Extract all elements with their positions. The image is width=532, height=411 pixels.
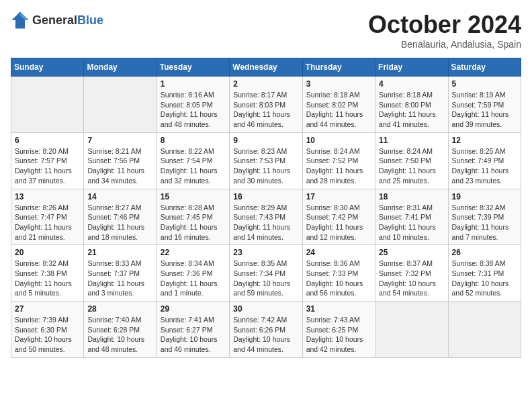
- calendar-cell: [84, 77, 157, 133]
- day-info: Sunrise: 8:34 AM Sunset: 7:36 PM Dayligh…: [161, 259, 226, 298]
- calendar-cell: 4Sunrise: 8:18 AM Sunset: 8:00 PM Daylig…: [375, 77, 448, 133]
- calendar-cell: 30Sunrise: 7:42 AM Sunset: 6:26 PM Dayli…: [230, 302, 302, 358]
- day-number: 22: [161, 248, 226, 257]
- day-number: 11: [379, 136, 444, 145]
- calendar-cell: 10Sunrise: 8:24 AM Sunset: 7:52 PM Dayli…: [302, 132, 375, 189]
- day-number: 19: [452, 192, 517, 201]
- day-header-wednesday: Wednesday: [230, 58, 302, 77]
- calendar-cell: [448, 302, 521, 358]
- calendar-cell: 14Sunrise: 8:27 AM Sunset: 7:46 PM Dayli…: [84, 189, 157, 245]
- day-number: 5: [452, 79, 517, 89]
- day-number: 31: [306, 304, 371, 314]
- calendar-cell: 23Sunrise: 8:35 AM Sunset: 7:34 PM Dayli…: [230, 245, 302, 302]
- day-info: Sunrise: 8:18 AM Sunset: 8:02 PM Dayligh…: [306, 90, 371, 130]
- calendar-cell: 8Sunrise: 8:22 AM Sunset: 7:54 PM Daylig…: [157, 132, 229, 189]
- day-header-monday: Monday: [84, 58, 157, 77]
- day-number: 10: [306, 136, 371, 145]
- day-number: 3: [306, 79, 371, 89]
- calendar-cell: 22Sunrise: 8:34 AM Sunset: 7:36 PM Dayli…: [157, 245, 229, 302]
- calendar-week-row: 13Sunrise: 8:26 AM Sunset: 7:47 PM Dayli…: [11, 189, 521, 245]
- day-info: Sunrise: 8:26 AM Sunset: 7:47 PM Dayligh…: [15, 203, 80, 242]
- calendar-cell: 19Sunrise: 8:32 AM Sunset: 7:39 PM Dayli…: [448, 189, 521, 245]
- calendar-cell: 27Sunrise: 7:39 AM Sunset: 6:30 PM Dayli…: [11, 302, 84, 358]
- day-number: 4: [379, 79, 444, 89]
- calendar-cell: 26Sunrise: 8:38 AM Sunset: 7:31 PM Dayli…: [448, 245, 521, 302]
- day-number: 8: [161, 136, 226, 145]
- day-info: Sunrise: 7:39 AM Sunset: 6:30 PM Dayligh…: [15, 315, 80, 355]
- day-info: Sunrise: 8:17 AM Sunset: 8:03 PM Dayligh…: [233, 90, 298, 130]
- calendar-cell: 12Sunrise: 8:25 AM Sunset: 7:49 PM Dayli…: [448, 132, 521, 189]
- calendar-week-row: 1Sunrise: 8:16 AM Sunset: 8:05 PM Daylig…: [11, 77, 521, 133]
- day-number: 28: [87, 304, 152, 314]
- day-info: Sunrise: 8:19 AM Sunset: 7:59 PM Dayligh…: [452, 90, 517, 130]
- day-number: 2: [233, 79, 298, 89]
- day-number: 24: [306, 248, 371, 257]
- day-header-friday: Friday: [375, 58, 448, 77]
- calendar-cell: 20Sunrise: 8:32 AM Sunset: 7:38 PM Dayli…: [11, 245, 84, 302]
- calendar-cell: 21Sunrise: 8:33 AM Sunset: 7:37 PM Dayli…: [84, 245, 157, 302]
- day-number: 26: [452, 248, 517, 257]
- day-info: Sunrise: 8:30 AM Sunset: 7:42 PM Dayligh…: [306, 203, 371, 242]
- day-info: Sunrise: 8:18 AM Sunset: 8:00 PM Dayligh…: [379, 90, 444, 130]
- day-number: 18: [379, 192, 444, 201]
- day-info: Sunrise: 8:29 AM Sunset: 7:43 PM Dayligh…: [233, 203, 298, 242]
- calendar-cell: 11Sunrise: 8:24 AM Sunset: 7:50 PM Dayli…: [375, 132, 448, 189]
- day-info: Sunrise: 8:20 AM Sunset: 7:57 PM Dayligh…: [15, 146, 80, 186]
- calendar-cell: 1Sunrise: 8:16 AM Sunset: 8:05 PM Daylig…: [157, 77, 229, 133]
- day-header-thursday: Thursday: [302, 58, 375, 77]
- location-title: Benalauria, Andalusia, Spain: [368, 39, 521, 50]
- day-number: 15: [161, 192, 226, 201]
- title-block: October 2024 Benalauria, Andalusia, Spai…: [368, 11, 521, 50]
- day-number: 1: [161, 79, 226, 89]
- day-info: Sunrise: 8:24 AM Sunset: 7:50 PM Dayligh…: [379, 146, 444, 186]
- calendar-cell: 17Sunrise: 8:30 AM Sunset: 7:42 PM Dayli…: [302, 189, 375, 245]
- day-info: Sunrise: 8:35 AM Sunset: 7:34 PM Dayligh…: [233, 259, 298, 298]
- calendar-cell: 3Sunrise: 8:18 AM Sunset: 8:02 PM Daylig…: [302, 77, 375, 133]
- calendar-week-row: 20Sunrise: 8:32 AM Sunset: 7:38 PM Dayli…: [11, 245, 521, 302]
- day-info: Sunrise: 8:21 AM Sunset: 7:56 PM Dayligh…: [87, 146, 152, 186]
- day-number: 30: [233, 304, 298, 314]
- day-info: Sunrise: 8:31 AM Sunset: 7:41 PM Dayligh…: [379, 203, 444, 242]
- day-header-tuesday: Tuesday: [157, 58, 229, 77]
- day-number: 17: [306, 192, 371, 201]
- day-number: 13: [15, 192, 80, 201]
- day-info: Sunrise: 8:32 AM Sunset: 7:39 PM Dayligh…: [452, 203, 517, 242]
- day-header-sunday: Sunday: [11, 58, 84, 77]
- calendar-cell: [11, 77, 84, 133]
- calendar-table: SundayMondayTuesdayWednesdayThursdayFrid…: [11, 58, 521, 358]
- calendar-cell: 5Sunrise: 8:19 AM Sunset: 7:59 PM Daylig…: [448, 77, 521, 133]
- calendar-cell: 28Sunrise: 7:40 AM Sunset: 6:28 PM Dayli…: [84, 302, 157, 358]
- day-info: Sunrise: 8:22 AM Sunset: 7:54 PM Dayligh…: [161, 146, 226, 186]
- logo-icon: [11, 11, 30, 30]
- day-info: Sunrise: 8:32 AM Sunset: 7:38 PM Dayligh…: [15, 259, 80, 298]
- day-header-saturday: Saturday: [448, 58, 521, 77]
- day-info: Sunrise: 8:28 AM Sunset: 7:45 PM Dayligh…: [161, 203, 226, 242]
- day-info: Sunrise: 8:27 AM Sunset: 7:46 PM Dayligh…: [87, 203, 152, 242]
- day-number: 6: [15, 136, 80, 145]
- calendar-cell: [375, 302, 448, 358]
- day-number: 20: [15, 248, 80, 257]
- calendar-week-row: 27Sunrise: 7:39 AM Sunset: 6:30 PM Dayli…: [11, 302, 521, 358]
- calendar-cell: 6Sunrise: 8:20 AM Sunset: 7:57 PM Daylig…: [11, 132, 84, 189]
- day-number: 21: [87, 248, 152, 257]
- day-info: Sunrise: 7:42 AM Sunset: 6:26 PM Dayligh…: [233, 315, 298, 355]
- calendar-cell: 2Sunrise: 8:17 AM Sunset: 8:03 PM Daylig…: [230, 77, 302, 133]
- day-info: Sunrise: 8:38 AM Sunset: 7:31 PM Dayligh…: [452, 259, 517, 298]
- page-header: GeneralBlue October 2024 Benalauria, And…: [11, 11, 521, 50]
- calendar-cell: 16Sunrise: 8:29 AM Sunset: 7:43 PM Dayli…: [230, 189, 302, 245]
- day-info: Sunrise: 8:23 AM Sunset: 7:53 PM Dayligh…: [233, 146, 298, 186]
- calendar-cell: 15Sunrise: 8:28 AM Sunset: 7:45 PM Dayli…: [157, 189, 229, 245]
- day-info: Sunrise: 8:24 AM Sunset: 7:52 PM Dayligh…: [306, 146, 371, 186]
- calendar-cell: 31Sunrise: 7:43 AM Sunset: 6:25 PM Dayli…: [302, 302, 375, 358]
- day-info: Sunrise: 8:36 AM Sunset: 7:33 PM Dayligh…: [306, 259, 371, 298]
- day-number: 9: [233, 136, 298, 145]
- logo-general-text: GeneralBlue: [32, 13, 103, 28]
- calendar-cell: 18Sunrise: 8:31 AM Sunset: 7:41 PM Dayli…: [375, 189, 448, 245]
- logo: GeneralBlue: [11, 11, 103, 30]
- day-number: 25: [379, 248, 444, 257]
- month-title: October 2024: [368, 11, 521, 39]
- calendar-cell: 7Sunrise: 8:21 AM Sunset: 7:56 PM Daylig…: [84, 132, 157, 189]
- day-number: 14: [87, 192, 152, 201]
- day-info: Sunrise: 7:43 AM Sunset: 6:25 PM Dayligh…: [306, 315, 371, 355]
- day-number: 29: [161, 304, 226, 314]
